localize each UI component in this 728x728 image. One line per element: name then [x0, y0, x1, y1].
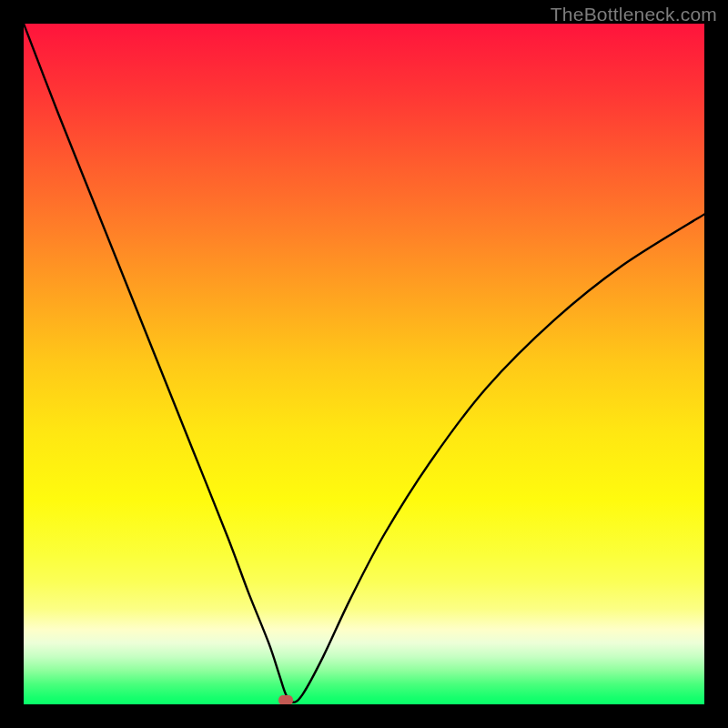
bottleneck-curve: [24, 24, 704, 704]
watermark-text: TheBottleneck.com: [551, 4, 717, 25]
optimum-marker: [278, 695, 293, 704]
chart-plot-area: [24, 24, 704, 704]
